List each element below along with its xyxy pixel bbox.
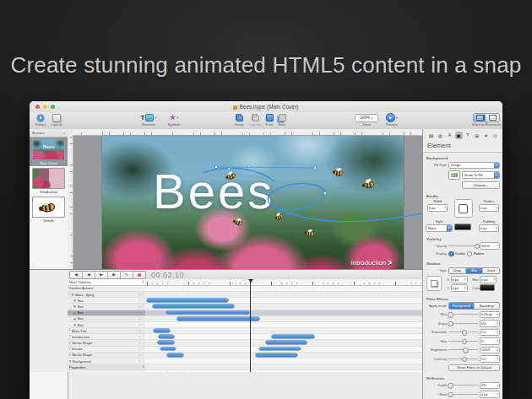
timeline-row-introduction[interactable]: TIntroduction○⌃ <box>68 334 145 340</box>
animation-indicator-icon[interactable]: ○ <box>138 323 140 326</box>
layouts-toolbar-button[interactable]: Layouts <box>49 113 64 127</box>
filter-brightness-stepper[interactable]: 100%▴▾ <box>480 347 500 354</box>
filter-contrast-stepper[interactable]: 1.0▴▾ <box>480 355 500 363</box>
shadow-color-swatch[interactable] <box>480 284 495 291</box>
animation-indicator-icon[interactable]: ○ <box>138 293 140 296</box>
reflection-depth-slider[interactable] <box>448 385 478 386</box>
animation-bar[interactable] <box>256 353 297 357</box>
expand-icon[interactable]: ⌃ <box>142 348 144 351</box>
filter-blur-stepper[interactable]: 0.00 px▴▾ <box>480 311 500 319</box>
animation-indicator-icon[interactable]: ○ <box>138 353 140 357</box>
keyframe-diamond-icon[interactable] <box>165 371 168 372</box>
symbols-toolbar-button[interactable]: ★▾ Symbols <box>165 113 183 127</box>
timeline-row-vector-shape[interactable]: SVector Shape○⌃ <box>68 340 145 346</box>
animation-indicator-icon[interactable]: ○ <box>138 335 140 338</box>
timeline-lane[interactable] <box>145 298 422 304</box>
play-button[interactable]: ▶ <box>95 272 108 278</box>
timeline-selector[interactable]: Main Timeline▴▾ <box>68 279 145 286</box>
preview-button[interactable]: ▶▾ Preview <box>383 113 401 127</box>
animation-bar[interactable] <box>177 317 259 321</box>
shadow-type-drop[interactable]: Drop <box>449 268 466 274</box>
padding-stepper[interactable]: 0 px▴▾ <box>479 224 499 232</box>
animation-bar[interactable] <box>272 335 314 338</box>
keyframe-diamond-icon[interactable] <box>182 371 185 372</box>
timeline-lane[interactable] <box>145 292 422 298</box>
elements-toolbar-button[interactable]: T▾ Elements <box>138 113 160 127</box>
timeline-row-bee[interactable]: ▦Bee○⌃ <box>68 322 145 328</box>
fill-style-dropdown[interactable]: Image▾ <box>448 162 500 170</box>
inspector-tab-text-icon[interactable]: A <box>446 132 453 139</box>
timeline-row-properties[interactable]: Properties▾ <box>68 364 145 370</box>
timeline-lane[interactable] <box>145 316 422 322</box>
filter-sepia-stepper[interactable]: 0%▴▾ <box>480 320 500 327</box>
scene-item-main-cover[interactable]: BeesMain Cover <box>30 137 68 166</box>
animation-bar[interactable] <box>154 329 170 332</box>
ungroup-button[interactable]: Ungroup <box>247 113 263 127</box>
timeline-lane[interactable] <box>145 364 422 370</box>
reflection-depth-stepper[interactable]: 0%▴▾ <box>480 382 500 390</box>
animation-indicator-icon[interactable]: ○ <box>138 317 140 321</box>
animation-indicator-icon[interactable]: ○ <box>138 311 140 315</box>
timeline-row-vector-shape[interactable]: SVector Shape○⌃ <box>68 353 145 359</box>
reflection-offset-stepper[interactable]: 4 px▴▾ <box>480 391 500 398</box>
animation-bar[interactable] <box>259 348 301 351</box>
border-width-stepper[interactable]: 0 px▴▾ <box>427 204 448 212</box>
timeline-row-timeline-actions[interactable]: Timeline Actions <box>68 286 145 292</box>
expand-icon[interactable]: ⌃ <box>142 293 144 296</box>
animation-bar[interactable] <box>147 299 228 302</box>
animation-bar[interactable] <box>160 348 176 351</box>
timeline-row-bees-title[interactable]: TBees Title○⌃ <box>68 328 145 334</box>
inspector-tab-document-icon[interactable]: ▤ <box>427 132 435 139</box>
scenes-toolbar-button[interactable]: Scenes <box>33 113 48 127</box>
jump-start-button[interactable]: ◀︎ <box>70 272 83 278</box>
display-visible-radio[interactable]: Visible <box>448 251 465 257</box>
timeline-lane[interactable] <box>145 334 422 340</box>
display-hidden-radio[interactable]: Hidden <box>467 251 485 257</box>
filter-hue-slider[interactable] <box>448 341 478 342</box>
expand-icon[interactable]: ⌃ <box>142 342 144 345</box>
border-style-dropdown[interactable]: None▾ <box>426 224 453 232</box>
expand-icon[interactable]: ⌃ <box>142 311 144 315</box>
resources-toggle-button[interactable] <box>486 114 499 121</box>
inspector-tab-metrics-icon[interactable]: ⊞ <box>473 132 480 139</box>
filter-saturation-stepper[interactable]: 1.0▴▾ <box>480 329 500 337</box>
filter-sepia-slider[interactable] <box>448 323 478 324</box>
zoom-control[interactable]: 100%▴▾ Zoom <box>353 113 380 127</box>
shadow-blur-stepper[interactable]: 0 px▴▾ <box>480 276 497 283</box>
inspector-toggle-button[interactable] <box>474 114 486 121</box>
expand-icon[interactable]: ⌃ <box>142 335 144 338</box>
expand-icon[interactable]: ⌃ <box>142 353 144 357</box>
shadow-x-stepper[interactable]: 0 px▴▾ <box>451 276 468 283</box>
inspector-tab-typography-icon[interactable]: T <box>464 132 471 139</box>
filter-blur-slider[interactable] <box>448 314 478 315</box>
shadow-type-box[interactable]: Box <box>466 268 483 274</box>
playhead[interactable] <box>250 279 251 372</box>
timeline-row-bee[interactable]: ▦Bee○⌃ <box>68 316 145 322</box>
timeline-row-details[interactable]: TDetails○⌃ <box>68 347 145 353</box>
timeline-lane[interactable] <box>145 353 422 359</box>
opacity-stepper[interactable]: 100%▴▾ <box>480 242 500 250</box>
collapse-icon[interactable]: ▾ <box>143 365 144 369</box>
filter-hue-stepper[interactable]: 0°▴▾ <box>480 337 500 345</box>
border-color-swatch[interactable] <box>454 224 471 230</box>
scene-item-details[interactable]: Details <box>30 195 68 224</box>
timeline-lane[interactable] <box>145 286 422 292</box>
timeline-lane[interactable] <box>145 310 422 316</box>
expand-icon[interactable]: ⌃ <box>142 305 144 308</box>
reset-filters-button[interactable]: Reset Filters to Default <box>448 364 500 372</box>
animation-indicator-icon[interactable]: ○ <box>138 305 140 308</box>
inspector-tab-element-icon[interactable]: ▣ <box>455 132 463 139</box>
timeline-lane[interactable] <box>145 304 422 310</box>
stage-introduction-link[interactable]: Introduction> <box>351 259 392 267</box>
animation-bar[interactable] <box>158 341 174 344</box>
timeline-row-bee[interactable]: ▦Bee○⌃ <box>68 298 145 304</box>
stage-bees-title[interactable]: Bees <box>153 163 274 219</box>
back-button[interactable]: Back <box>276 113 288 127</box>
timeline-lane[interactable] <box>145 359 422 364</box>
expand-icon[interactable]: ⌃ <box>142 359 144 363</box>
timeline-ruler[interactable] <box>145 279 422 286</box>
apply-mode-foreground[interactable]: Foreground <box>449 303 475 309</box>
shadow-type-inset[interactable]: Inset <box>483 268 499 274</box>
loop-button[interactable]: ↻ <box>121 272 133 278</box>
animation-indicator-icon[interactable]: ○ <box>138 329 140 332</box>
